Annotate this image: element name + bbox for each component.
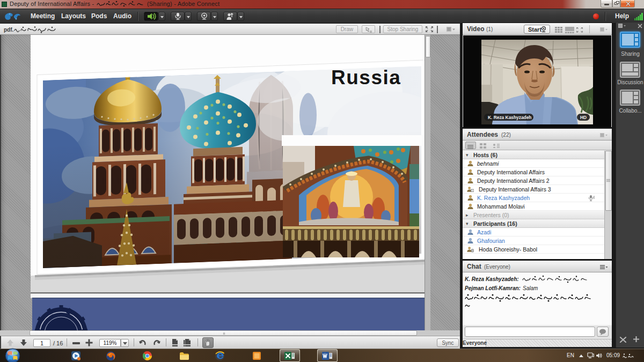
svg-text:K. Reza Kashyzadeh: K. Reza Kashyzadeh [488,115,531,120]
svg-text:pdf.: pdf. [4,27,14,33]
svg-text:K. Reza Kashyzadeh:: K. Reza Kashyzadeh: [465,276,519,282]
svg-text:Russia: Russia [331,67,401,88]
svg-text:HD: HD [580,115,587,120]
svg-text:Pejman Lotfi-Kamran:: Pejman Lotfi-Kamran: [465,285,521,291]
svg-text:Salam: Salam [523,285,538,291]
